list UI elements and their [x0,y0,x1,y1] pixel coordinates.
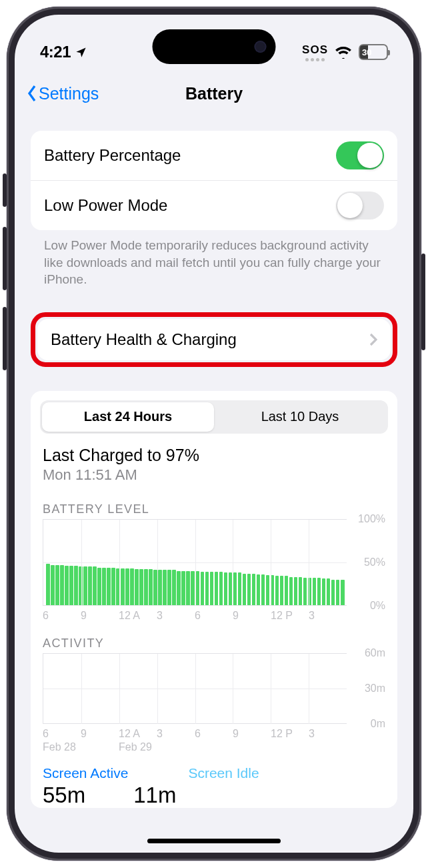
last-charged-block: Last Charged to 97% Mon 11:51 AM [40,434,388,488]
battery-health-row[interactable]: Battery Health & Charging [37,319,391,360]
last-charged-title: Last Charged to 97% [43,446,385,465]
low-power-note: Low Power Mode temporarily reduces backg… [31,230,397,288]
status-right: SOS 30 [302,43,388,61]
low-power-mode-row[interactable]: Low Power Mode [31,180,397,230]
legend-row: Screen Active Screen Idle [40,753,388,781]
activity-date-labels: Feb 28Feb 29 [43,740,347,753]
side-button [3,173,7,207]
location-arrow-icon [75,46,87,59]
tab-last-10-days[interactable]: Last 10 Days [214,402,386,432]
battery-level-section: BATTERY LEVEL 100% 50% 0% 6912 [40,488,388,622]
battery-level-label: BATTERY LEVEL [43,502,385,516]
segmented-control[interactable]: Last 24 Hours Last 10 Days [40,400,388,434]
battery-level-ylabels: 100% 50% 0% [347,519,385,606]
legend-screen-active: Screen Active [43,765,128,781]
toggles-card: Battery Percentage Low Power Mode [31,131,397,230]
activity-chart [43,653,347,724]
battery-indicator-icon: 30 [359,44,388,60]
volume-down-button [3,307,7,370]
activity-ylabels: 60m 30m 0m [347,653,385,724]
activity-label: ACTIVITY [43,636,385,650]
battery-level-xlabels: 6912 A36912 P3 [43,606,347,622]
activity-section: ACTIVITY 60m 30m 0m [40,622,388,753]
battery-pct-text: 30 [360,47,387,57]
back-button[interactable]: Settings [25,84,99,103]
battery-percentage-row[interactable]: Battery Percentage [31,131,397,180]
device-frame: 4:21 SOS 30 [7,7,421,861]
usage-card: Last 24 Hours Last 10 Days Last Charged … [31,391,397,808]
power-button [421,254,425,350]
back-label: Settings [39,84,99,103]
tab-last-24-hours[interactable]: Last 24 Hours [42,402,214,432]
activity-xlabels: 6912 A36912 P3 [43,724,347,740]
screen: 4:21 SOS 30 [15,15,413,853]
content: Battery Percentage Low Power Mode Low Po… [15,112,413,808]
chevron-right-icon [369,333,377,346]
battery-level-chart [43,519,347,606]
status-time: 4:21 [40,43,71,61]
sos-dots-icon [305,58,325,61]
highlight-annotation: Battery Health & Charging [31,312,397,367]
volume-up-button [3,227,7,290]
battery-health-label: Battery Health & Charging [51,330,237,349]
screen-idle-value: 11m [133,783,176,808]
sos-text: SOS [302,43,328,57]
chevron-left-icon [25,84,39,103]
low-power-mode-toggle[interactable] [336,191,384,220]
big-values-row: 55m 11m [40,781,388,808]
sos-indicator: SOS [302,43,328,61]
battery-percentage-toggle[interactable] [336,141,384,169]
low-power-mode-label: Low Power Mode [44,196,167,215]
status-left: 4:21 [40,43,87,61]
legend-screen-idle: Screen Idle [188,765,259,781]
home-indicator[interactable] [147,839,281,843]
screen-active-value: 55m [43,783,85,808]
wifi-icon [335,45,352,59]
battery-health-card: Battery Health & Charging [37,319,391,360]
nav-header: Settings Battery [15,75,413,112]
last-charged-time: Mon 11:51 AM [43,466,385,484]
battery-percentage-label: Battery Percentage [44,146,181,165]
status-bar: 4:21 SOS 30 [15,15,413,75]
